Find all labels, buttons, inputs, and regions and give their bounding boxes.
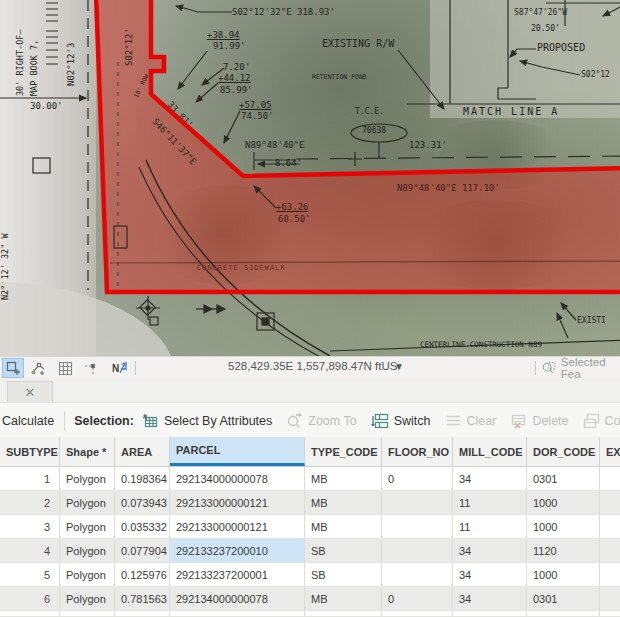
table-cell[interactable]: Polygon [60, 491, 115, 514]
table-row-partial [0, 611, 620, 617]
chevron-down-icon[interactable]: ▼ [394, 361, 404, 372]
table-cell [453, 611, 527, 616]
table-tab[interactable]: ✕ [7, 381, 53, 403]
calculate-button[interactable]: Calculate [2, 414, 54, 428]
map-annotation: RETENTION POND [312, 74, 367, 81]
table-cell[interactable]: 1120 [527, 539, 600, 562]
table-cell[interactable]: Polygon [60, 467, 115, 490]
table-cell[interactable]: 0301 [527, 467, 600, 490]
map-annotation: CENTERLINE CONSTRUCTION N89 [420, 341, 542, 349]
table-cell[interactable]: 0 [382, 587, 453, 610]
table-cell[interactable]: MB [305, 491, 382, 514]
statusbar-separator [535, 361, 536, 375]
table-cell[interactable] [382, 491, 453, 514]
selected-features-group[interactable]: Selected Fea [530, 357, 620, 379]
table-cell[interactable] [600, 563, 620, 586]
table-cell[interactable]: 292133237200001 [170, 563, 305, 586]
column-header-floor-no[interactable]: FLOOR_NO [382, 437, 453, 466]
table-cell[interactable]: Polygon [60, 563, 115, 586]
table-cell[interactable]: 292134000000078 [170, 587, 305, 610]
table-cell[interactable]: 11 [453, 491, 527, 514]
table-cell[interactable]: 0.077904 [115, 539, 170, 562]
map-view[interactable]: 30' RIGHT-OF—MAP BOOK 7,N02°12'3S02°12'1… [0, 0, 620, 356]
column-header-subtype[interactable]: SUBTYPE [0, 437, 60, 466]
table-cell[interactable]: Polygon [60, 539, 115, 562]
table-cell[interactable]: 6 [0, 587, 60, 610]
table-cell[interactable] [600, 467, 620, 490]
table-cell[interactable]: Polygon [60, 515, 115, 538]
table-cell[interactable]: 0.781563 [115, 587, 170, 610]
table-cell[interactable]: 292133000000121 [170, 491, 305, 514]
zoom-to-button[interactable]: Zoom To [286, 413, 356, 429]
table-cell[interactable] [382, 563, 453, 586]
table-cell[interactable]: 0301 [527, 587, 600, 610]
table-row[interactable]: 1Polygon0.198364292134000000078MB0340301 [0, 467, 620, 491]
column-header-mill-code[interactable]: MILL_CODE [453, 437, 527, 466]
table-cell[interactable]: Polygon [60, 587, 115, 610]
add-feature-icon[interactable] [2, 358, 24, 378]
table-cell [115, 611, 170, 616]
table-cell[interactable]: MB [305, 515, 382, 538]
statusbar-separator [135, 361, 136, 375]
table-cell[interactable]: 1000 [527, 491, 600, 514]
table-cell[interactable]: 2 [0, 491, 60, 514]
table-cell[interactable]: 0 [382, 467, 453, 490]
table-cell[interactable]: 0.073943 [115, 491, 170, 514]
table-cell[interactable]: 11 [453, 515, 527, 538]
table-cell[interactable]: 0.198364 [115, 467, 170, 490]
map-annotation: EXISTING R/W [322, 39, 394, 49]
table-cell[interactable]: SB [305, 539, 382, 562]
table-cell[interactable]: SB [305, 563, 382, 586]
delete-selected-button[interactable]: Delete [510, 413, 568, 429]
table-cell[interactable]: 292133237200010 [170, 539, 305, 562]
table-cell[interactable]: 34 [453, 587, 527, 610]
table-cell[interactable] [600, 539, 620, 562]
copy-rows-button[interactable]: Copy [583, 413, 620, 429]
table-row[interactable]: 5Polygon0.125976292133237200001SB341000 [0, 563, 620, 587]
table-row[interactable]: 6Polygon0.781563292134000000078MB0340301 [0, 587, 620, 611]
clear-selection-button[interactable]: Clear [445, 413, 497, 429]
table-cell[interactable]: 34 [453, 467, 527, 490]
table-cell[interactable] [600, 587, 620, 610]
table-cell[interactable]: MB [305, 467, 382, 490]
table-cell[interactable]: 292133000000121 [170, 515, 305, 538]
map-annotation: 70638 [362, 127, 386, 135]
table-cell[interactable]: 1000 [527, 515, 600, 538]
column-header-type-code[interactable]: TYPE_CODE [305, 437, 382, 466]
north-arrow-icon[interactable]: N [108, 358, 130, 378]
column-header-area[interactable]: AREA [115, 437, 170, 466]
switch-selection-button[interactable]: Switch [371, 413, 431, 429]
map-annotation: CONCRETE SIDEWALK [197, 265, 286, 272]
table-cell[interactable]: 3 [0, 515, 60, 538]
column-header-shape[interactable]: Shape * [60, 437, 115, 466]
table-cell[interactable] [600, 515, 620, 538]
table-row[interactable]: 4Polygon0.077904292133237200010SB341120 [0, 539, 620, 563]
column-header-dor-code[interactable]: DOR_CODE [527, 437, 600, 466]
table-cell[interactable]: MB [305, 587, 382, 610]
table-cell[interactable]: 1 [0, 467, 60, 490]
grid-icon[interactable] [54, 358, 76, 378]
column-header-parcel[interactable]: PARCEL [170, 437, 305, 466]
table-cell[interactable]: 1000 [527, 563, 600, 586]
column-header-ex[interactable]: EX [600, 437, 620, 466]
table-cell[interactable]: 0.125976 [115, 563, 170, 586]
table-cell[interactable]: 292134000000078 [170, 467, 305, 490]
snapping-icon[interactable] [82, 358, 104, 378]
table-cell[interactable]: 4 [0, 539, 60, 562]
table-cell[interactable] [600, 491, 620, 514]
table-cell[interactable]: 5 [0, 563, 60, 586]
table-cell[interactable] [382, 539, 453, 562]
map-coordinates[interactable]: 528,429.35E 1,557,898.47N ftUS [228, 360, 397, 372]
table-cell[interactable]: 0.035332 [115, 515, 170, 538]
close-icon[interactable]: ✕ [25, 385, 36, 400]
table-cell[interactable]: 34 [453, 539, 527, 562]
table-row[interactable]: 2Polygon0.073943292133000000121MB111000 [0, 491, 620, 515]
table-cell[interactable]: 34 [453, 563, 527, 586]
copy-rows-icon [583, 413, 600, 429]
table-row[interactable]: 3Polygon0.035332292133000000121MB111000 [0, 515, 620, 539]
table-cell[interactable] [382, 515, 453, 538]
zoom-to-icon [286, 413, 303, 429]
select-by-attributes-button[interactable]: Select By Attributes [142, 413, 272, 429]
map-annotation: 91.99' [213, 42, 246, 51]
edit-vertices-icon[interactable] [28, 358, 50, 378]
